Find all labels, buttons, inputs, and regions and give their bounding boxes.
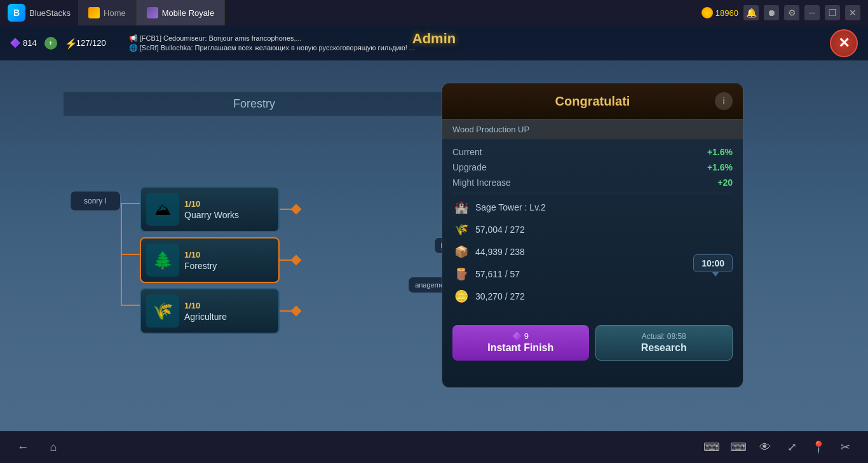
bluestacks-logo: B BlueStacks (0, 4, 78, 22)
agriculture-level: 1/10 (184, 301, 227, 310)
might-value: +20 (717, 177, 733, 188)
divider (452, 193, 733, 193)
scissors-btn[interactable]: ✂ (835, 437, 855, 457)
upgrade-label: Upgrade (452, 162, 487, 172)
stat-current: Current +1.6% (452, 147, 733, 157)
gold-coin-icon (702, 7, 713, 18)
eye-btn[interactable]: 👁 (755, 437, 775, 457)
keyboard-btn[interactable]: ⌨ (702, 437, 722, 457)
home-btn[interactable]: ⌂ (43, 437, 64, 457)
game-area: sonry I Forestry ⛰ 1/10 Quarry Works (0, 60, 868, 431)
research-dialog: Congratulati i Wood Production UP Curren… (442, 83, 743, 388)
energy-amount: 127/120 (76, 38, 106, 48)
app-name: BlueStacks (29, 8, 71, 18)
connector-v-main (121, 203, 122, 306)
game-tab-icon (147, 7, 158, 18)
titlebar: B BlueStacks Home Mobile Royale 18960 🔔 … (0, 0, 868, 25)
sage-tower-icon: 🏰 (452, 198, 470, 216)
req-food: 🌾 57,004 / 272 (452, 221, 733, 238)
location-btn[interactable]: 📍 (808, 437, 829, 457)
quarry-diamond (291, 204, 302, 215)
research-button[interactable]: Actual: 08:58 Research (595, 325, 733, 361)
masonry-node[interactable]: sonry I (70, 191, 121, 211)
forestry-diamond (291, 255, 302, 266)
gold-text: 30,270 / 272 (475, 291, 525, 301)
agriculture-info: 1/10 Agriculture (184, 301, 227, 322)
quarry-level: 1/10 (184, 199, 239, 209)
forestry-info: 1/10 Forestry (184, 250, 217, 271)
research-tree: sonry I Forestry ⛰ 1/10 Quarry Works (64, 92, 445, 378)
instant-diamonds: 9 (524, 331, 529, 341)
notification-btn[interactable]: 🔔 (743, 5, 759, 20)
stat-might: Might Increase +20 (452, 177, 733, 188)
might-label: Might Increase (452, 177, 511, 188)
home-tab[interactable]: Home (78, 0, 137, 25)
wood-text: 44,939 / 238 (475, 247, 525, 257)
instant-finish-button[interactable]: 9 Instant Finish (452, 325, 589, 361)
current-value: +1.6% (707, 147, 733, 157)
diamond-resource: 814 (10, 38, 37, 48)
restore-btn[interactable]: ❐ (825, 5, 840, 20)
gold-amount: 18960 (715, 8, 738, 18)
req-lumber: 🪵 57,611 / 57 (452, 265, 733, 283)
quarry-name: Quarry Works (184, 210, 239, 220)
diamond-icon (10, 38, 20, 48)
chat-msg-1: 📢 [FCB1] Cedoumiseur: Bonjour amis franc… (129, 34, 830, 43)
bottom-right-controls: ⌨ ⌨ 👁 ⤢ 📍 ✂ (702, 437, 855, 457)
gold-badge: 18960 (702, 7, 738, 18)
add-diamond-btn[interactable]: + (44, 37, 57, 50)
research-actual: Actual: 08:58 (642, 332, 686, 341)
close-btn[interactable]: ✕ (845, 5, 860, 20)
requirements-container: 🏰 Sage Tower : Lv.2 🌾 57,004 / 272 📦 44,… (452, 198, 733, 305)
quarry-icon: ⛰ (146, 193, 179, 226)
bottom-bar: ← ⌂ ⌨ ⌨ 👁 ⤢ 📍 ✂ (0, 431, 868, 463)
forestry-icon: 🌲 (146, 244, 179, 277)
connector-masonry-top (121, 203, 140, 204)
chat-area: 📢 [FCB1] Cedoumiseur: Bonjour amis franc… (116, 34, 830, 52)
sage-tower-text: Sage Tower : Lv.2 (475, 202, 546, 212)
upgrade-value: +1.6% (707, 162, 733, 172)
energy-resource: ⚡ 127/120 (65, 38, 106, 49)
food-icon: 🌾 (452, 221, 470, 238)
game-tab[interactable]: Mobile Royale (137, 0, 225, 25)
keyboard2-btn[interactable]: ⌨ (728, 437, 749, 457)
dialog-title: Congratulati (470, 94, 715, 109)
dialog-header: Congratulati i (442, 83, 743, 120)
req-sage-tower: 🏰 Sage Tower : Lv.2 (452, 198, 733, 216)
settings-btn[interactable]: ⚙ (784, 5, 799, 20)
expand-btn[interactable]: ⤢ (782, 437, 802, 457)
connector-masonry-bot (121, 305, 140, 306)
connector-masonry-mid (121, 254, 140, 255)
dialog-subtitle: Wood Production UP (442, 120, 743, 139)
stat-upgrade: Upgrade +1.6% (452, 162, 733, 172)
agriculture-node[interactable]: 🌾 1/10 Agriculture (140, 288, 280, 334)
food-text: 57,004 / 272 (475, 225, 525, 235)
chat-msg-2: 🌐 [ScRf] Bullochka: Приглашаем всех жела… (129, 44, 830, 52)
forestry-level: 1/10 (184, 250, 217, 259)
info-button[interactable]: i (715, 92, 733, 110)
quarry-node[interactable]: ⛰ 1/10 Quarry Works (140, 186, 280, 232)
admin-title: Admin (412, 25, 456, 47)
timer-pointer (712, 272, 719, 277)
quarry-info: 1/10 Quarry Works (184, 199, 239, 220)
back-btn[interactable]: ← (13, 437, 33, 457)
forestry-node-group: 🌲 1/10 Forestry (140, 237, 300, 283)
req-wood: 📦 44,939 / 238 (452, 243, 733, 261)
instant-cost: 9 (513, 331, 529, 341)
agriculture-icon: 🌾 (146, 294, 179, 328)
energy-icon: ⚡ (65, 38, 74, 49)
agriculture-diamond (291, 306, 302, 317)
instant-diamond-icon (513, 332, 522, 341)
wood-icon: 📦 (452, 243, 470, 261)
forestry-bg-label: Forestry (64, 92, 445, 116)
forestry-node[interactable]: 🌲 1/10 Forestry (140, 237, 280, 283)
record-btn[interactable]: ⏺ (764, 5, 779, 20)
timer-badge: 10:00 (693, 254, 733, 272)
titlebar-right: 18960 🔔 ⏺ ⚙ ─ ❐ ✕ (702, 5, 868, 20)
dialog-footer: 9 Instant Finish Actual: 08:58 Research (442, 317, 743, 371)
req-gold: 🪙 30,270 / 272 (452, 287, 733, 305)
game-tab-label: Mobile Royale (162, 8, 214, 18)
lumber-icon: 🪵 (452, 265, 470, 283)
minimize-btn[interactable]: ─ (804, 5, 820, 20)
header-close-btn[interactable]: ✕ (830, 29, 858, 57)
